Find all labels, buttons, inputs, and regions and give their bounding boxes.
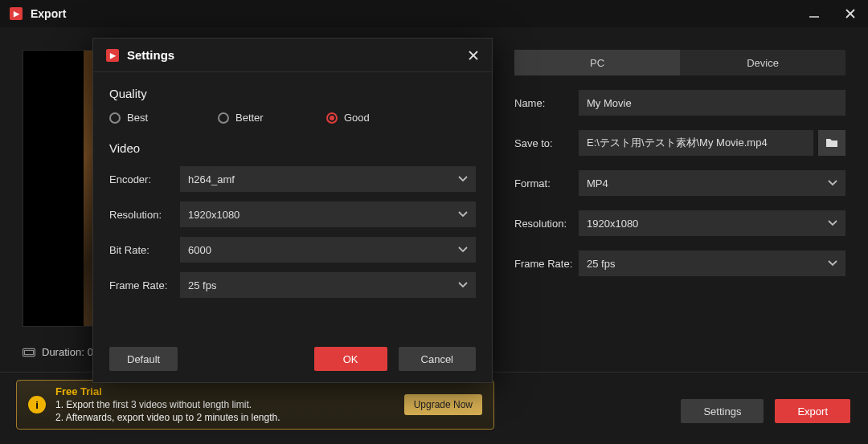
cancel-button[interactable]: Cancel bbox=[399, 347, 476, 371]
tab-device[interactable]: Device bbox=[680, 50, 845, 75]
bitrate-select[interactable]: 6000 bbox=[180, 237, 476, 263]
quality-good-label: Good bbox=[344, 112, 370, 124]
modal-resolution-label: Resolution: bbox=[109, 209, 180, 221]
modal-framerate-label: Frame Rate: bbox=[109, 279, 180, 291]
svg-rect-4 bbox=[25, 350, 34, 354]
duration-label: Duration: bbox=[42, 346, 84, 358]
export-form: PC Device Name: Save to: Format: MP4 bbox=[514, 27, 868, 444]
app-icon: ▶ bbox=[106, 49, 119, 62]
chevron-down-icon bbox=[458, 211, 468, 218]
info-icon: i bbox=[28, 396, 46, 413]
name-label: Name: bbox=[514, 97, 579, 109]
framerate-label: Frame Rate: bbox=[514, 258, 579, 270]
tab-pc[interactable]: PC bbox=[514, 50, 680, 75]
resolution-select[interactable]: 1920x1080 bbox=[579, 210, 845, 236]
modal-title: Settings bbox=[127, 48, 174, 62]
folder-icon bbox=[825, 137, 838, 149]
modal-framerate-value: 25 fps bbox=[188, 279, 216, 291]
free-trial-banner: i Free Trial 1. Export the first 3 video… bbox=[16, 380, 494, 430]
chevron-down-icon bbox=[458, 176, 468, 182]
quality-radio-group: Best Better Good bbox=[109, 112, 476, 124]
quality-best-radio[interactable]: Best bbox=[109, 112, 218, 124]
banner-heading: Free Trial bbox=[55, 385, 280, 398]
format-label: Format: bbox=[514, 177, 579, 189]
save-to-input[interactable] bbox=[579, 130, 813, 156]
default-button[interactable]: Default bbox=[109, 347, 178, 371]
save-to-label: Save to: bbox=[514, 137, 579, 149]
bitrate-value: 6000 bbox=[188, 244, 211, 256]
banner-line-2: 2. Afterwards, export video up to 2 minu… bbox=[55, 411, 280, 424]
encoder-label: Encoder: bbox=[109, 173, 180, 185]
format-select[interactable]: MP4 bbox=[579, 170, 845, 196]
settings-button[interactable]: Settings bbox=[681, 399, 764, 423]
ok-button[interactable]: OK bbox=[314, 347, 387, 371]
modal-resolution-value: 1920x1080 bbox=[188, 209, 240, 221]
resolution-label: Resolution: bbox=[514, 218, 579, 230]
resolution-value: 1920x1080 bbox=[587, 218, 638, 230]
video-section-label: Video bbox=[109, 141, 476, 155]
export-tabs: PC Device bbox=[514, 50, 845, 75]
chevron-down-icon bbox=[828, 260, 837, 267]
quality-better-radio[interactable]: Better bbox=[218, 112, 326, 124]
film-icon bbox=[23, 348, 35, 357]
browse-button[interactable] bbox=[818, 130, 845, 156]
quality-section-label: Quality bbox=[109, 87, 476, 100]
upgrade-button[interactable]: Upgrade Now bbox=[404, 394, 482, 415]
titlebar: ▶ Export bbox=[0, 0, 868, 27]
name-input[interactable] bbox=[579, 90, 845, 116]
export-button[interactable]: Export bbox=[775, 399, 850, 423]
encoder-select[interactable]: h264_amf bbox=[180, 166, 476, 192]
quality-best-label: Best bbox=[127, 112, 148, 124]
modal-framerate-select[interactable]: 25 fps bbox=[180, 272, 476, 298]
framerate-value: 25 fps bbox=[587, 258, 615, 270]
app-icon: ▶ bbox=[10, 7, 23, 20]
export-window: ▶ Export Duration: 0 PC bbox=[0, 0, 868, 444]
close-button[interactable] bbox=[842, 6, 858, 22]
chevron-down-icon bbox=[828, 180, 837, 186]
format-value: MP4 bbox=[587, 177, 608, 189]
encoder-value: h264_amf bbox=[188, 173, 235, 185]
quality-good-radio[interactable]: Good bbox=[326, 112, 435, 124]
quality-better-label: Better bbox=[235, 112, 264, 124]
chevron-down-icon bbox=[458, 282, 468, 288]
close-icon[interactable] bbox=[468, 50, 479, 61]
chevron-down-icon bbox=[458, 246, 468, 253]
banner-line-1: 1. Export the first 3 videos without len… bbox=[55, 398, 280, 411]
bottom-buttons: Settings Export bbox=[681, 399, 850, 423]
window-title: Export bbox=[31, 7, 66, 20]
modal-resolution-select[interactable]: 1920x1080 bbox=[180, 202, 476, 227]
settings-modal: ▶ Settings Quality Best Better Good bbox=[92, 38, 493, 383]
minimize-button[interactable] bbox=[806, 6, 822, 22]
bitrate-label: Bit Rate: bbox=[109, 244, 180, 256]
framerate-select[interactable]: 25 fps bbox=[579, 251, 845, 276]
chevron-down-icon bbox=[828, 220, 837, 226]
